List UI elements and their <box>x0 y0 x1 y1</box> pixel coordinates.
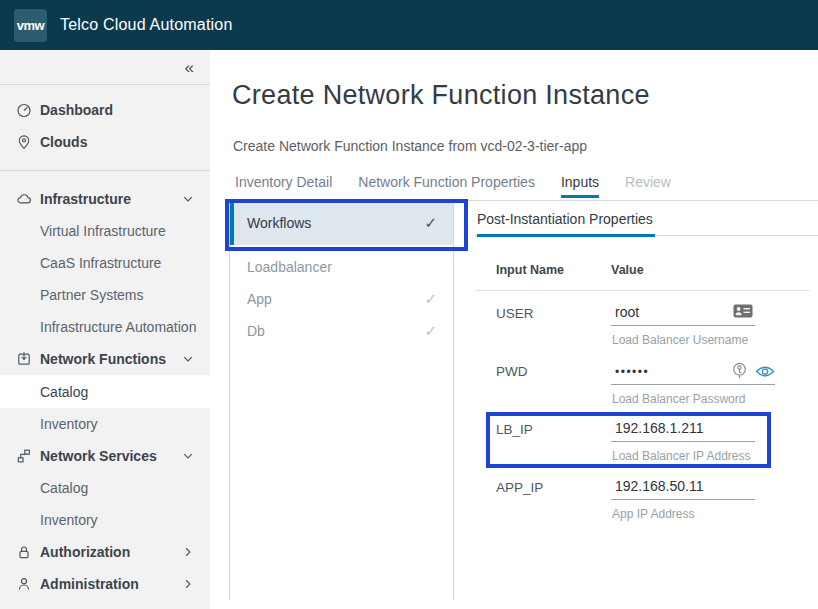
tab-inventory-detail[interactable]: Inventory Detail <box>235 174 332 198</box>
eye-icon[interactable] <box>755 365 775 378</box>
sidebar-item-nf-inventory[interactable]: Inventory <box>0 408 210 440</box>
input-name-label: APP_IP <box>496 477 611 521</box>
sidebar-item-label: CaaS Infrastructure <box>40 255 161 271</box>
chevron-right-icon <box>182 546 194 558</box>
workflow-list: Workflows ✓ Loadbalancer App ✓ Db ✓ <box>230 201 453 347</box>
input-helper-text: Load Balancer Password <box>611 392 775 406</box>
workflow-item-label: Workflows <box>247 215 311 231</box>
column-header-input-name: Input Name <box>496 263 611 277</box>
app-title: Telco Cloud Automation <box>60 16 233 34</box>
sidebar-item-label: Partner Systems <box>40 287 143 303</box>
panel-divider <box>453 200 454 600</box>
sidebar-item-label: Dashboard <box>40 102 113 118</box>
page-subtitle: Create Network Function Instance from vc… <box>233 138 587 154</box>
chevron-down-icon <box>182 193 194 205</box>
form-headers-divider <box>475 290 810 291</box>
sidebar-item-label: Catalog <box>40 480 88 496</box>
sidebar-item-label: Inventory <box>40 416 98 432</box>
tab-review[interactable]: Review <box>625 174 671 198</box>
page-title: Create Network Function Instance <box>232 80 650 111</box>
contact-card-icon[interactable] <box>733 304 753 318</box>
sidebar-item-label: Inventory <box>40 512 98 528</box>
lb-ip-input[interactable] <box>611 419 755 442</box>
main-content: Create Network Function Instance Create … <box>210 50 818 609</box>
key-icon[interactable] <box>731 362 748 380</box>
sidebar-item-label: Network Functions <box>40 351 166 367</box>
sidebar-item-ns-inventory[interactable]: Inventory <box>0 504 210 536</box>
sidebar-item-caas-infrastructure[interactable]: CaaS Infrastructure <box>0 247 210 279</box>
sidebar-item-clouds[interactable]: Clouds <box>0 126 210 158</box>
workflow-item-label: Loadbalancer <box>247 259 332 275</box>
sidebar-divider <box>0 170 210 171</box>
input-name-label: USER <box>496 303 611 347</box>
vmware-logo: vmw <box>14 9 47 42</box>
chevron-down-icon <box>182 450 194 462</box>
chevron-down-icon <box>182 353 194 365</box>
sidebar-item-label: Catalog <box>40 384 88 400</box>
check-icon: ✓ <box>424 290 437 308</box>
app-ip-input[interactable] <box>611 477 755 500</box>
collapse-sidebar-icon[interactable]: « <box>185 59 194 76</box>
sidebar-item-infrastructure[interactable]: Infrastructure <box>0 183 210 215</box>
sidebar-item-ns-catalog[interactable]: Catalog <box>0 472 210 504</box>
vmware-logo-text: vmw <box>17 18 44 33</box>
sidebar-item-authorization[interactable]: Authorization <box>0 536 210 568</box>
input-helper-text: Load Balancer Username <box>611 333 755 347</box>
check-icon: ✓ <box>424 322 437 340</box>
section-tabbar: Post-Instantiation Properties <box>475 200 818 236</box>
sidebar-item-virtual-infrastructure[interactable]: Virtual Infrastructure <box>0 215 210 247</box>
sidebar: « Dashboard Clouds Infra <box>0 50 210 609</box>
input-helper-text: Load Balancer IP Address <box>611 449 755 463</box>
sidebar-item-label: Clouds <box>40 134 87 150</box>
user-icon <box>16 576 32 592</box>
sidebar-item-nf-catalog[interactable]: Catalog <box>0 375 210 408</box>
sidebar-item-label: Infrastructure <box>40 191 131 207</box>
cloud-icon <box>16 191 32 207</box>
post-instantiation-panel: Post-Instantiation Properties Input Name… <box>473 200 818 609</box>
workflow-item-loadbalancer[interactable]: Loadbalancer <box>230 251 453 283</box>
workflow-item-label: Db <box>247 323 265 339</box>
sidebar-item-label: Virtual Infrastructure <box>40 223 166 239</box>
lock-icon <box>16 544 32 560</box>
chevron-right-icon <box>182 578 194 590</box>
workflow-item-app[interactable]: App ✓ <box>230 283 453 315</box>
tab-inputs[interactable]: Inputs <box>561 174 599 198</box>
sidebar-item-dashboard[interactable]: Dashboard <box>0 94 210 126</box>
network-function-icon <box>16 351 32 367</box>
form-row-lb-ip: LB_IP Load Balancer IP Address <box>496 419 755 463</box>
workflow-item-db[interactable]: Db ✓ <box>230 315 453 347</box>
wizard-tabbar: Inventory Detail Network Function Proper… <box>235 174 671 198</box>
sidebar-item-label: Infrastructure Automation <box>40 319 196 335</box>
form-row-pwd: PWD <box>496 361 775 406</box>
sidebar-item-label: Administration <box>40 576 139 592</box>
form-row-user: USER Load Balancer Username <box>496 303 755 347</box>
sidebar-item-partner-systems[interactable]: Partner Systems <box>0 279 210 311</box>
workflow-item-workflows[interactable]: Workflows ✓ <box>230 201 453 245</box>
app-header: vmw Telco Cloud Automation <box>0 0 818 50</box>
sidebar-item-label: Authorization <box>40 544 130 560</box>
sidebar-item-network-functions[interactable]: Network Functions <box>0 343 210 375</box>
input-name-label: PWD <box>496 361 611 406</box>
tab-post-instantiation-properties[interactable]: Post-Instantiation Properties <box>477 200 655 237</box>
sidebar-item-administration[interactable]: Administration <box>0 568 210 600</box>
workflow-item-label: App <box>247 291 272 307</box>
network-service-icon <box>16 448 32 464</box>
sidebar-item-infrastructure-automation[interactable]: Infrastructure Automation <box>0 311 210 343</box>
sidebar-collapse-row: « <box>0 50 210 85</box>
input-helper-text: App IP Address <box>611 507 755 521</box>
sidebar-item-network-services[interactable]: Network Services <box>0 440 210 472</box>
location-pin-icon <box>16 134 32 150</box>
form-column-headers: Input Name Value <box>496 263 644 277</box>
dashboard-icon <box>16 102 32 118</box>
column-header-value: Value <box>611 263 644 277</box>
sidebar-item-label: Network Services <box>40 448 157 464</box>
input-name-label: LB_IP <box>496 419 611 463</box>
check-icon: ✓ <box>424 214 437 232</box>
form-row-app-ip: APP_IP App IP Address <box>496 477 755 521</box>
tab-network-function-properties[interactable]: Network Function Properties <box>358 174 535 198</box>
